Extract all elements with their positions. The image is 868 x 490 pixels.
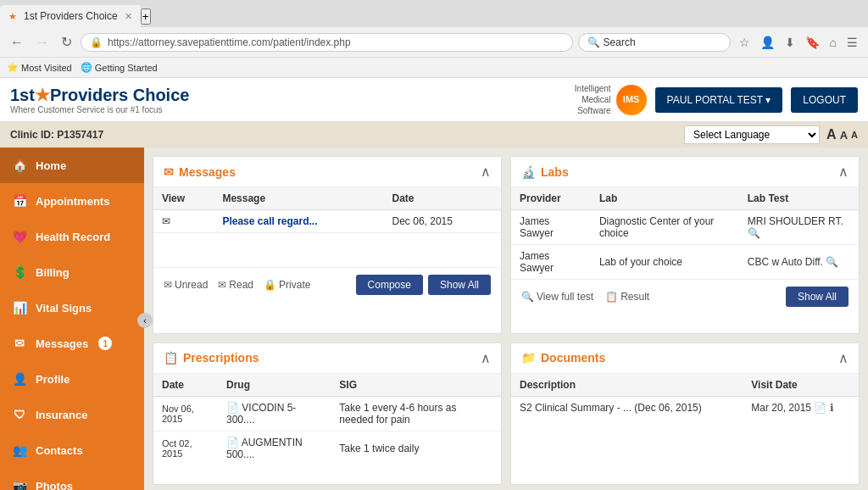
doc-view-button[interactable]: 📄	[814, 402, 826, 414]
sidebar-item-photos[interactable]: 📷 Photos	[0, 468, 144, 490]
msg-link[interactable]: Please call regard...	[222, 215, 317, 227]
rx-drug-0: 📄 VICODIN 5-300....	[218, 396, 331, 431]
table-row: Oct 02, 2015 📄 AUGMENTIN 500.... Take 1 …	[153, 431, 501, 465]
labs-lab-0: Diagnostic Center of your choice	[591, 210, 739, 245]
text-size-large[interactable]: A	[826, 127, 837, 142]
msg-date: Dec 06, 2015	[384, 210, 501, 233]
messages-panel: ✉ Messages ∧ View Message Date	[153, 156, 502, 334]
clinic-id: Clinic ID: P1357417	[10, 129, 103, 141]
sidebar-item-appointments[interactable]: 📅 Appointments	[0, 183, 144, 219]
search-lab-icon: 🔍	[521, 291, 534, 303]
doc-col-description: Description	[511, 374, 743, 397]
messages-footer-buttons: Compose Show All	[356, 275, 491, 295]
labs-col-lab: Lab	[591, 187, 739, 210]
view-full-test-link[interactable]: 🔍 View full test	[521, 291, 593, 303]
lang-area: Select Language A A A	[684, 125, 858, 144]
main-layout: 🏠 Home 📅 Appointments 💗 Health Record 💲 …	[0, 148, 868, 490]
labs-col-provider: Provider	[511, 187, 591, 210]
user-icon[interactable]: 👤	[757, 34, 778, 51]
chart-icon: 📊	[12, 300, 27, 315]
browser-tab[interactable]: ★ 1st Providers Choice ✕	[0, 5, 141, 27]
text-size-medium[interactable]: A	[840, 127, 848, 142]
forward-button[interactable]: →	[32, 33, 53, 52]
dollar-icon: 💲	[12, 264, 27, 280]
doc-lab-icon: 📋	[605, 291, 618, 303]
messages-show-all-button[interactable]: Show All	[428, 275, 491, 295]
sidebar-item-billing[interactable]: 💲 Billing	[0, 254, 144, 290]
rx-date-0: Nov 06, 2015	[153, 396, 218, 431]
labs-search-1[interactable]: 🔍	[826, 256, 838, 268]
logout-button[interactable]: LOGOUT	[791, 87, 858, 113]
prescriptions-panel-body: Date Drug SIG Nov 06, 2015 📄 VICODIN 5-3…	[153, 374, 501, 465]
labs-panel-collapse[interactable]: ∧	[838, 164, 849, 180]
prescriptions-table: Date Drug SIG Nov 06, 2015 📄 VICODIN 5-3…	[153, 374, 501, 465]
new-tab-button[interactable]: +	[141, 8, 151, 25]
browser-nav-bar: ← → ↻ 🔒 https://attorney.savepatienttime…	[0, 27, 868, 58]
documents-panel-header: 📁 Documents ∧	[511, 343, 859, 374]
messages-panel-collapse[interactable]: ∧	[481, 164, 491, 180]
download-icon[interactable]: ⬇	[782, 34, 798, 51]
tab-title: 1st Providers Choice	[24, 10, 118, 22]
compose-button[interactable]: Compose	[356, 275, 423, 295]
portal-button[interactable]: PAUL PORTAL TEST ▾	[655, 87, 783, 113]
read-link[interactable]: ✉ Read	[218, 279, 253, 291]
sidebar-label-insurance: Insurance	[36, 409, 87, 421]
star-icon[interactable]: ☆	[736, 34, 754, 51]
rx-date-1: Oct 02, 2015	[153, 431, 218, 465]
messages-badge: 1	[98, 337, 112, 350]
sidebar-item-profile[interactable]: 👤 Profile	[0, 361, 144, 397]
prescriptions-panel-collapse[interactable]: ∧	[481, 350, 491, 366]
rx-col-drug: Drug	[218, 374, 331, 397]
close-tab-icon[interactable]: ✕	[125, 11, 132, 22]
table-row: S2 Clinical Summary - ... (Dec 06, 2015)…	[511, 396, 859, 419]
text-size-small[interactable]: A	[851, 127, 858, 142]
documents-panel-icon: 📁	[521, 351, 536, 365]
labs-search-0[interactable]: 🔍	[748, 227, 760, 239]
home-nav-icon[interactable]: ⌂	[826, 34, 840, 51]
search-bar[interactable]: 🔍 Search	[578, 33, 731, 52]
sidebar-item-messages[interactable]: ✉ Messages 1	[0, 326, 144, 361]
bookmark-icon[interactable]: 🔖	[802, 34, 823, 51]
menu-icon[interactable]: ☰	[843, 34, 861, 51]
messages-table: View Message Date ✉ Please call regard..…	[153, 187, 501, 267]
ims-circle-icon: IMS	[616, 85, 647, 115]
sidebar-item-health-record[interactable]: 💗 Health Record	[0, 219, 144, 254]
envelope-unread-icon: ✉	[164, 279, 172, 291]
reload-button[interactable]: ↻	[58, 32, 75, 52]
home-icon: 🏠	[12, 158, 27, 173]
labs-table: Provider Lab Lab Test James Sawyer Diagn…	[511, 187, 859, 279]
address-bar[interactable]: 🔒 https://attorney.savepatienttime.com/p…	[81, 33, 573, 52]
labs-show-all-button[interactable]: Show All	[786, 287, 849, 307]
labs-lab-1: Lab of your choice	[591, 245, 739, 280]
messages-panel-header: ✉ Messages ∧	[153, 157, 501, 187]
msg-text: Please call regard...	[214, 210, 383, 233]
documents-panel-collapse[interactable]: ∧	[838, 350, 849, 366]
calendar-icon: 📅	[12, 193, 27, 209]
logo-area: 1st★Providers Choice Where Customer Serv…	[10, 85, 189, 114]
result-link[interactable]: 📋 Result	[605, 291, 649, 303]
text-size-buttons: A A A	[826, 127, 858, 142]
rx-icon-0: 📄	[226, 402, 239, 414]
unread-link[interactable]: ✉ Unread	[164, 279, 208, 291]
bookmark-getting-started[interactable]: 🌐 Getting Started	[81, 62, 158, 73]
nav-icons: ☆ 👤 ⬇ 🔖 ⌂ ☰	[736, 34, 861, 51]
ims-line2: Medical	[575, 94, 611, 105]
language-select[interactable]: Select Language	[684, 125, 820, 144]
back-button[interactable]: ←	[7, 33, 27, 52]
labs-panel-body: Provider Lab Lab Test James Sawyer Diagn…	[511, 187, 859, 279]
doc-info-button[interactable]: ℹ	[830, 402, 834, 414]
profile-icon: 👤	[12, 371, 27, 387]
prescriptions-panel-header: 📋 Prescriptions ∧	[153, 343, 501, 374]
private-link[interactable]: 🔒 Private	[264, 279, 310, 291]
sidebar-item-vital-signs[interactable]: 📊 Vital Signs	[0, 290, 144, 326]
sidebar-item-contacts[interactable]: 👥 Contacts	[0, 432, 144, 468]
sidebar-collapse-button[interactable]: ‹	[137, 313, 153, 328]
bookmark-most-visited[interactable]: ⭐ Most Visited	[7, 62, 72, 73]
sidebar-item-insurance[interactable]: 🛡 Insurance	[0, 397, 144, 432]
labs-test-0: MRI SHOULDER RT. 🔍	[739, 210, 859, 245]
table-row: Nov 06, 2015 📄 VICODIN 5-300.... Take 1 …	[153, 396, 501, 431]
sidebar-item-home[interactable]: 🏠 Home	[0, 148, 144, 183]
labs-provider-1: James Sawyer	[511, 245, 591, 280]
logo-star: ★	[35, 86, 50, 104]
labs-panel-icon: 🔬	[521, 165, 536, 179]
